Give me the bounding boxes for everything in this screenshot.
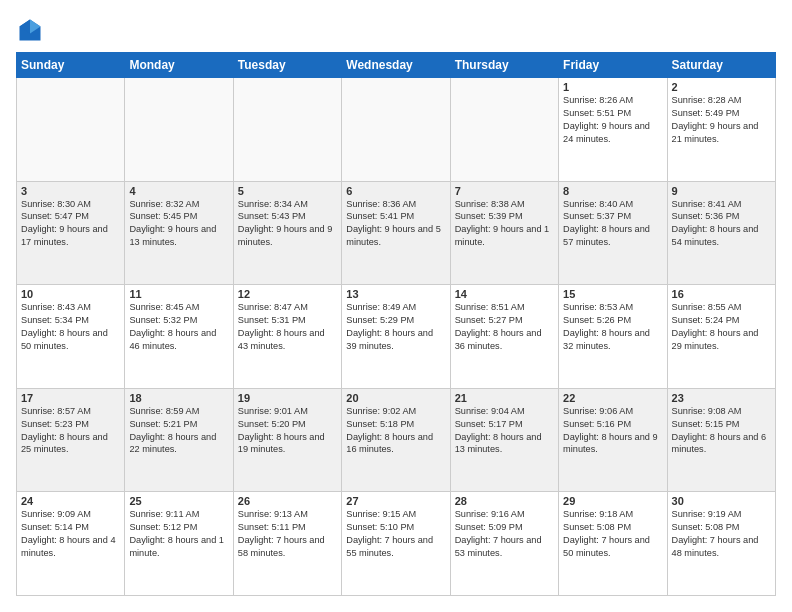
daylight-text: Daylight: 8 hours and 29 minutes. [672, 328, 759, 351]
calendar-day-cell: 18 Sunrise: 8:59 AM Sunset: 5:21 PM Dayl… [125, 388, 233, 492]
sunrise-text: Sunrise: 9:01 AM [238, 406, 308, 416]
day-info: Sunrise: 8:32 AM Sunset: 5:45 PM Dayligh… [129, 198, 228, 250]
daylight-text: Daylight: 7 hours and 48 minutes. [672, 535, 759, 558]
calendar-day-cell [125, 78, 233, 182]
day-number: 24 [21, 495, 120, 507]
sunrise-text: Sunrise: 9:16 AM [455, 509, 525, 519]
sunrise-text: Sunrise: 8:40 AM [563, 199, 633, 209]
day-number: 11 [129, 288, 228, 300]
day-number: 23 [672, 392, 771, 404]
sunrise-text: Sunrise: 8:49 AM [346, 302, 416, 312]
sunrise-text: Sunrise: 9:08 AM [672, 406, 742, 416]
calendar-day-cell [17, 78, 125, 182]
sunrise-text: Sunrise: 8:47 AM [238, 302, 308, 312]
sunrise-text: Sunrise: 8:38 AM [455, 199, 525, 209]
calendar-header-thursday: Thursday [450, 53, 558, 78]
day-info: Sunrise: 8:47 AM Sunset: 5:31 PM Dayligh… [238, 301, 337, 353]
day-number: 7 [455, 185, 554, 197]
daylight-text: Daylight: 8 hours and 9 minutes. [563, 432, 658, 455]
sunrise-text: Sunrise: 9:19 AM [672, 509, 742, 519]
calendar-day-cell: 15 Sunrise: 8:53 AM Sunset: 5:26 PM Dayl… [559, 285, 667, 389]
sunrise-text: Sunrise: 8:36 AM [346, 199, 416, 209]
calendar-day-cell: 11 Sunrise: 8:45 AM Sunset: 5:32 PM Dayl… [125, 285, 233, 389]
calendar-day-cell: 2 Sunrise: 8:28 AM Sunset: 5:49 PM Dayli… [667, 78, 775, 182]
sunrise-text: Sunrise: 9:11 AM [129, 509, 199, 519]
day-info: Sunrise: 9:16 AM Sunset: 5:09 PM Dayligh… [455, 508, 554, 560]
day-info: Sunrise: 8:34 AM Sunset: 5:43 PM Dayligh… [238, 198, 337, 250]
calendar-day-cell: 10 Sunrise: 8:43 AM Sunset: 5:34 PM Dayl… [17, 285, 125, 389]
sunrise-text: Sunrise: 9:02 AM [346, 406, 416, 416]
day-info: Sunrise: 9:19 AM Sunset: 5:08 PM Dayligh… [672, 508, 771, 560]
daylight-text: Daylight: 8 hours and 57 minutes. [563, 224, 650, 247]
calendar-day-cell: 3 Sunrise: 8:30 AM Sunset: 5:47 PM Dayli… [17, 181, 125, 285]
sunset-text: Sunset: 5:12 PM [129, 522, 197, 532]
sunset-text: Sunset: 5:08 PM [672, 522, 740, 532]
daylight-text: Daylight: 8 hours and 1 minute. [129, 535, 224, 558]
calendar-day-cell: 24 Sunrise: 9:09 AM Sunset: 5:14 PM Dayl… [17, 492, 125, 596]
daylight-text: Daylight: 8 hours and 19 minutes. [238, 432, 325, 455]
day-number: 9 [672, 185, 771, 197]
day-info: Sunrise: 9:09 AM Sunset: 5:14 PM Dayligh… [21, 508, 120, 560]
sunrise-text: Sunrise: 9:04 AM [455, 406, 525, 416]
calendar-week-row: 10 Sunrise: 8:43 AM Sunset: 5:34 PM Dayl… [17, 285, 776, 389]
sunset-text: Sunset: 5:32 PM [129, 315, 197, 325]
calendar-day-cell: 26 Sunrise: 9:13 AM Sunset: 5:11 PM Dayl… [233, 492, 341, 596]
logo-icon [16, 16, 44, 44]
sunrise-text: Sunrise: 8:28 AM [672, 95, 742, 105]
daylight-text: Daylight: 7 hours and 50 minutes. [563, 535, 650, 558]
daylight-text: Daylight: 8 hours and 36 minutes. [455, 328, 542, 351]
sunrise-text: Sunrise: 9:06 AM [563, 406, 633, 416]
sunrise-text: Sunrise: 8:57 AM [21, 406, 91, 416]
day-info: Sunrise: 8:59 AM Sunset: 5:21 PM Dayligh… [129, 405, 228, 457]
day-number: 19 [238, 392, 337, 404]
day-number: 18 [129, 392, 228, 404]
day-info: Sunrise: 8:43 AM Sunset: 5:34 PM Dayligh… [21, 301, 120, 353]
daylight-text: Daylight: 8 hours and 50 minutes. [21, 328, 108, 351]
sunset-text: Sunset: 5:51 PM [563, 108, 631, 118]
sunset-text: Sunset: 5:11 PM [238, 522, 306, 532]
calendar-day-cell [450, 78, 558, 182]
day-info: Sunrise: 9:15 AM Sunset: 5:10 PM Dayligh… [346, 508, 445, 560]
daylight-text: Daylight: 7 hours and 53 minutes. [455, 535, 542, 558]
daylight-text: Daylight: 9 hours and 17 minutes. [21, 224, 108, 247]
day-info: Sunrise: 8:30 AM Sunset: 5:47 PM Dayligh… [21, 198, 120, 250]
sunset-text: Sunset: 5:14 PM [21, 522, 89, 532]
daylight-text: Daylight: 7 hours and 55 minutes. [346, 535, 433, 558]
daylight-text: Daylight: 9 hours and 5 minutes. [346, 224, 441, 247]
day-number: 2 [672, 81, 771, 93]
day-number: 28 [455, 495, 554, 507]
day-info: Sunrise: 8:40 AM Sunset: 5:37 PM Dayligh… [563, 198, 662, 250]
logo [16, 16, 48, 44]
calendar-day-cell: 20 Sunrise: 9:02 AM Sunset: 5:18 PM Dayl… [342, 388, 450, 492]
day-info: Sunrise: 9:06 AM Sunset: 5:16 PM Dayligh… [563, 405, 662, 457]
day-number: 12 [238, 288, 337, 300]
daylight-text: Daylight: 8 hours and 13 minutes. [455, 432, 542, 455]
calendar-day-cell: 5 Sunrise: 8:34 AM Sunset: 5:43 PM Dayli… [233, 181, 341, 285]
day-number: 16 [672, 288, 771, 300]
calendar-week-row: 1 Sunrise: 8:26 AM Sunset: 5:51 PM Dayli… [17, 78, 776, 182]
sunrise-text: Sunrise: 9:09 AM [21, 509, 91, 519]
day-info: Sunrise: 8:53 AM Sunset: 5:26 PM Dayligh… [563, 301, 662, 353]
daylight-text: Daylight: 8 hours and 54 minutes. [672, 224, 759, 247]
sunset-text: Sunset: 5:31 PM [238, 315, 306, 325]
sunset-text: Sunset: 5:09 PM [455, 522, 523, 532]
daylight-text: Daylight: 8 hours and 32 minutes. [563, 328, 650, 351]
day-info: Sunrise: 8:36 AM Sunset: 5:41 PM Dayligh… [346, 198, 445, 250]
sunset-text: Sunset: 5:34 PM [21, 315, 89, 325]
day-info: Sunrise: 8:38 AM Sunset: 5:39 PM Dayligh… [455, 198, 554, 250]
day-number: 6 [346, 185, 445, 197]
sunset-text: Sunset: 5:26 PM [563, 315, 631, 325]
sunset-text: Sunset: 5:10 PM [346, 522, 414, 532]
day-number: 30 [672, 495, 771, 507]
calendar-day-cell: 23 Sunrise: 9:08 AM Sunset: 5:15 PM Dayl… [667, 388, 775, 492]
daylight-text: Daylight: 8 hours and 39 minutes. [346, 328, 433, 351]
sunset-text: Sunset: 5:23 PM [21, 419, 89, 429]
calendar-week-row: 3 Sunrise: 8:30 AM Sunset: 5:47 PM Dayli… [17, 181, 776, 285]
sunset-text: Sunset: 5:17 PM [455, 419, 523, 429]
sunrise-text: Sunrise: 8:53 AM [563, 302, 633, 312]
day-info: Sunrise: 9:11 AM Sunset: 5:12 PM Dayligh… [129, 508, 228, 560]
day-info: Sunrise: 8:41 AM Sunset: 5:36 PM Dayligh… [672, 198, 771, 250]
calendar-header-row: SundayMondayTuesdayWednesdayThursdayFrid… [17, 53, 776, 78]
sunrise-text: Sunrise: 9:18 AM [563, 509, 633, 519]
calendar-day-cell: 30 Sunrise: 9:19 AM Sunset: 5:08 PM Dayl… [667, 492, 775, 596]
